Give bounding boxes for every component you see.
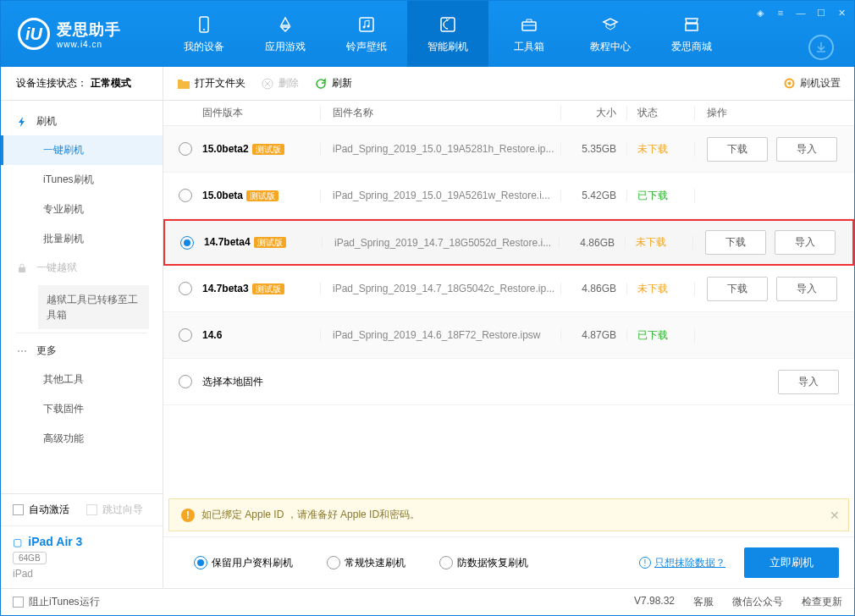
skip-guide-checkbox[interactable] [86, 504, 97, 515]
logo-icon: iU [18, 18, 50, 50]
jailbreak-note: 越狱工具已转移至工具箱 [38, 285, 149, 329]
firmware-size: 5.35GB [561, 143, 627, 155]
col-status: 状态 [627, 106, 695, 120]
sidebar-item[interactable]: 下载固件 [1, 394, 163, 424]
connection-value: 正常模式 [91, 76, 131, 91]
flash-settings-button[interactable]: 刷机设置 [782, 76, 841, 91]
firmware-status: 未下载 [627, 282, 695, 296]
option-radio[interactable] [194, 556, 207, 569]
import-button[interactable]: 导入 [776, 277, 837, 301]
firmware-status: 已下载 [627, 328, 695, 343]
beta-badge: 测试版 [252, 283, 284, 294]
beta-badge: 测试版 [252, 144, 284, 155]
tablet-icon: ▢ [13, 536, 22, 548]
firmware-status: 已下载 [627, 189, 695, 203]
row-radio[interactable] [180, 236, 194, 250]
nav-shop[interactable]: 爱思商城 [651, 1, 732, 67]
firmware-name: iPad_Spring_2019_15.0_19A5261w_Restore.i… [321, 190, 561, 201]
wear-icon[interactable]: ◈ [751, 4, 770, 21]
content: 设备连接状态： 正常模式 刷机 一键刷机iTunes刷机专业刷机批量刷机 一键越… [1, 67, 854, 588]
col-version: 固件版本 [202, 106, 321, 120]
flash-option[interactable]: 防数据恢复刷机 [424, 556, 528, 570]
more-icon: ⋯ [16, 345, 28, 357]
logo: iU 爱思助手 www.i4.cn [1, 1, 163, 67]
sidebar-head-more[interactable]: ⋯ 更多 [1, 337, 163, 365]
sidebar-item[interactable]: iTunes刷机 [1, 165, 163, 195]
row-radio[interactable] [179, 375, 192, 388]
firmware-row[interactable]: 15.0beta测试版iPad_Spring_2019_15.0_19A5261… [163, 173, 854, 219]
refresh-button[interactable]: 刷新 [314, 76, 352, 91]
firmware-version: 15.0beta2 [202, 143, 249, 155]
firmware-row[interactable]: 14.7beta3测试版iPad_Spring_2019_14.7_18G504… [163, 266, 854, 312]
nav-refresh[interactable]: 智能刷机 [407, 1, 488, 67]
maximize-icon[interactable]: ☐ [812, 4, 830, 21]
delete-button[interactable]: 删除 [261, 76, 299, 91]
open-folder-button[interactable]: 打开文件夹 [177, 76, 245, 91]
wechat-link[interactable]: 微信公众号 [732, 595, 783, 609]
menu-icon[interactable]: ≡ [771, 4, 790, 21]
firmware-status: 未下载 [626, 235, 693, 250]
firmware-name: iPad_Spring_2019_14.6_18F72_Restore.ipsw [321, 329, 561, 341]
block-itunes-checkbox[interactable] [13, 597, 24, 608]
sidebar-item[interactable]: 其他工具 [1, 365, 163, 394]
row-radio[interactable] [179, 142, 192, 156]
auto-activate-checkbox[interactable] [13, 504, 24, 515]
beta-badge: 测试版 [254, 237, 286, 248]
support-link[interactable]: 客服 [693, 595, 714, 609]
minimize-icon[interactable]: — [792, 4, 810, 21]
local-firmware-row[interactable]: 选择本地固件导入 [163, 359, 854, 405]
import-button[interactable]: 导入 [775, 230, 836, 255]
logo-subtitle: www.i4.cn [57, 40, 121, 49]
svg-rect-6 [522, 22, 536, 30]
sidebar-item[interactable]: 高级功能 [1, 424, 163, 454]
nav-apps[interactable]: 应用游戏 [245, 1, 326, 67]
close-warning-icon[interactable]: ✕ [830, 509, 840, 522]
warning-icon: ! [181, 509, 195, 522]
flash-option[interactable]: 常规快速刷机 [312, 556, 405, 570]
firmware-row[interactable]: 14.6iPad_Spring_2019_14.6_18F72_Restore.… [163, 312, 854, 359]
option-radio[interactable] [327, 556, 340, 569]
col-name: 固件名称 [321, 106, 561, 120]
footer: 阻止iTunes运行 V7.98.32 客服 微信公众号 检查更新 [1, 588, 854, 615]
erase-data-link[interactable]: 只想抹除数据？ [654, 556, 725, 570]
options-bar: 保留用户资料刷机常规快速刷机防数据恢复刷机 ! 只想抹除数据？ 立即刷机 [163, 536, 854, 588]
skip-guide-label: 跳过向导 [102, 503, 143, 517]
flash-icon [16, 116, 28, 128]
row-radio[interactable] [179, 189, 192, 202]
svg-rect-2 [360, 18, 373, 31]
svg-rect-7 [19, 267, 25, 272]
refresh-icon [438, 14, 458, 35]
import-button[interactable]: 导入 [778, 370, 839, 394]
nav-tutorial[interactable]: 教程中心 [570, 1, 651, 67]
row-radio[interactable] [179, 282, 192, 295]
download-manager-icon[interactable] [808, 35, 834, 60]
flash-option[interactable]: 保留用户资料刷机 [179, 556, 293, 570]
device-name: iPad Air 3 [28, 535, 82, 548]
nav-music[interactable]: 铃声壁纸 [326, 1, 407, 67]
firmware-status: 未下载 [627, 142, 695, 157]
flash-now-button[interactable]: 立即刷机 [744, 547, 839, 578]
warning-bar: ! 如已绑定 Apple ID ，请准备好 Apple ID和密码。 ✕ [168, 498, 849, 531]
nav-toolbox[interactable]: 工具箱 [488, 1, 570, 67]
update-link[interactable]: 检查更新 [802, 595, 842, 609]
row-radio[interactable] [179, 328, 192, 342]
device-panel[interactable]: ▢ iPad Air 3 64GB iPad [1, 526, 163, 588]
option-radio[interactable] [439, 556, 453, 569]
sidebar-item[interactable]: 批量刷机 [1, 224, 163, 254]
download-button[interactable]: 下载 [707, 137, 768, 162]
sidebar-item[interactable]: 专业刷机 [1, 195, 163, 224]
import-button[interactable]: 导入 [776, 137, 837, 162]
connection-status: 设备连接状态： 正常模式 [1, 67, 163, 101]
firmware-row[interactable]: 14.7beta4测试版iPad_Spring_2019_14.7_18G505… [163, 219, 854, 266]
sidebar-item[interactable]: 一键刷机 [1, 135, 163, 165]
firmware-name: iPad_Spring_2019_14.7_18G5042c_Restore.i… [321, 283, 561, 294]
phone-icon [194, 14, 214, 35]
sidebar-head-flash[interactable]: 刷机 [1, 107, 163, 135]
firmware-row[interactable]: 15.0beta2测试版iPad_Spring_2019_15.0_19A528… [163, 126, 854, 173]
device-capacity: 64GB [13, 552, 47, 564]
nav-phone[interactable]: 我的设备 [163, 1, 245, 67]
download-button[interactable]: 下载 [705, 230, 766, 255]
apps-icon [275, 14, 295, 35]
download-button[interactable]: 下载 [707, 277, 768, 301]
close-icon[interactable]: ✕ [832, 4, 851, 21]
